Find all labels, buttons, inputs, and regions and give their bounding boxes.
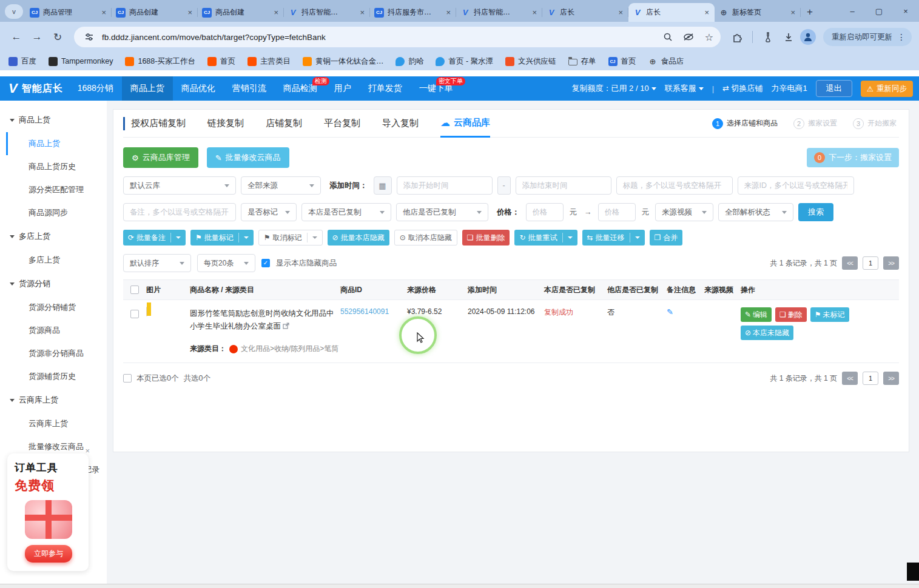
product-thumbnail[interactable] <box>146 307 147 316</box>
site-info-icon[interactable] <box>81 29 97 45</box>
batch-migrate-button[interactable]: ⇆批量迁移 <box>582 230 645 246</box>
cloud-library-manage-button[interactable]: ⚙云商品库管理 <box>123 147 198 168</box>
sidebar-group-cloud-upload[interactable]: 云商库上货 <box>0 388 107 412</box>
row-checkbox[interactable] <box>130 310 139 318</box>
batch-note-button[interactable]: ⟳批量备注 <box>123 230 186 246</box>
kebab-menu-icon[interactable]: ⋮ <box>897 32 906 42</box>
flask-icon[interactable] <box>759 28 777 46</box>
browser-tab[interactable]: ⊕新标签页× <box>715 3 801 22</box>
window-minimize-button[interactable]: – <box>839 0 866 22</box>
other-shop-copied-select[interactable]: 他店是否已复制 <box>396 203 488 221</box>
parse-status-select[interactable]: 全部解析状态 <box>718 203 793 221</box>
nav-item-users[interactable]: 用户 <box>326 76 360 101</box>
browser-tab[interactable]: CJ抖店服务市…× <box>370 3 456 22</box>
sidebar-item-non-distribution[interactable]: 货源非分销商品 <box>6 342 107 365</box>
sidebar-group-product-upload[interactable]: 商品上货 <box>0 108 107 132</box>
delete-button[interactable]: ❏删除 <box>775 307 807 322</box>
tab-import-copy[interactable]: 导入复制 <box>382 110 419 138</box>
bookmark-item[interactable]: 主营类目 <box>247 56 291 67</box>
logout-button[interactable]: 退出 <box>816 80 852 97</box>
tab-link-copy[interactable]: 链接复制 <box>207 110 244 138</box>
browser-tab[interactable]: V抖店智能…× <box>284 3 370 22</box>
bookmark-item[interactable]: ⊕食品店 <box>648 56 684 67</box>
page-number-button[interactable]: 1 <box>863 372 878 385</box>
footer-select-all-checkbox[interactable] <box>123 374 132 383</box>
url-text[interactable]: fb.dddz.jiancent.com/move/batch/target?c… <box>102 33 655 42</box>
app-brand[interactable]: V 智能店长 <box>6 81 69 96</box>
copy-quota[interactable]: 复制额度：已用 2 / 10 <box>571 83 656 94</box>
batch-mark-button[interactable]: ⚑批量标记 <box>190 230 254 246</box>
browser-tab[interactable]: CJ商品创建× <box>112 3 198 22</box>
select-all-checkbox[interactable] <box>130 286 139 294</box>
forward-button[interactable]: → <box>28 28 46 46</box>
batch-retry-button[interactable]: ↻批量重试 <box>514 230 577 246</box>
tab-authorized-shop-copy[interactable]: 授权店铺复制 <box>131 110 186 138</box>
price-min-input[interactable] <box>526 203 564 221</box>
mark-toggle-button[interactable]: ⚑未标记 <box>810 307 849 322</box>
bookmark-item[interactable]: Tampermonkey <box>49 57 113 66</box>
batch-delete-button[interactable]: ❏批量删除 <box>462 230 510 246</box>
sidebar-item-product-upload[interactable]: 商品上货 <box>6 132 107 155</box>
sidebar-item-category-match[interactable]: 源分类匹配管理 <box>6 178 107 201</box>
sort-select[interactable]: 默认排序 <box>123 254 191 272</box>
tab-search-button[interactable]: v <box>5 4 23 19</box>
bookmark-item[interactable]: 百度 <box>8 56 36 67</box>
nav-item-shipping[interactable]: 打单发货 <box>360 76 411 101</box>
batch-hide-button[interactable]: ⊘批量本店隐藏 <box>328 230 389 246</box>
tab-close-icon[interactable]: × <box>100 8 107 17</box>
sync-button[interactable]: ⚠重新同步 <box>861 81 913 97</box>
next-page-button[interactable]: >> <box>883 256 899 270</box>
new-tab-button[interactable]: + <box>801 6 819 22</box>
mark-select[interactable]: 是否标记 <box>241 203 297 221</box>
sidebar-group-multi-shop[interactable]: 多店上货 <box>0 224 107 249</box>
switch-shop[interactable]: ⇄ 切换店铺 <box>722 83 763 94</box>
start-time-input[interactable] <box>397 176 493 195</box>
sidebar-item-multi-shop-upload[interactable]: 多店上货 <box>6 249 107 272</box>
contact-support[interactable]: 联系客服 <box>665 83 704 94</box>
nav-item-1688[interactable]: 1688分销 <box>69 76 122 101</box>
product-name[interactable]: 圆形竹签笔筒励志创意时尚收纳文化用品中小学生毕业礼物办公室桌面 <box>190 307 340 333</box>
cancel-mark-button[interactable]: ⚑取消标记 <box>258 230 323 246</box>
page-size-select[interactable]: 每页20条 <box>197 254 255 272</box>
reload-button[interactable]: ↻ <box>49 28 67 46</box>
source-id-input[interactable] <box>738 176 854 195</box>
nav-item-product-upload[interactable]: 商品上货 <box>122 76 173 101</box>
nav-item-marketing[interactable]: 营销引流 <box>224 76 275 101</box>
source-video-select[interactable]: 来源视频 <box>655 203 713 221</box>
nav-item-optimize[interactable]: 商品优化 <box>173 76 224 101</box>
merge-button[interactable]: ❐合并 <box>650 230 683 246</box>
address-bar[interactable]: fb.dddz.jiancent.com/move/batch/target?c… <box>74 27 721 47</box>
browser-tab[interactable]: V店长× <box>542 3 628 22</box>
sidebar-item-source-products[interactable]: 货源商品 <box>6 319 107 342</box>
sidebar-item-source-sync[interactable]: 商品源同步 <box>6 201 107 224</box>
search-button[interactable]: 搜索 <box>798 203 833 221</box>
title-input[interactable] <box>616 176 733 195</box>
tab-close-icon[interactable]: × <box>186 8 194 17</box>
show-hidden-checkbox[interactable]: ✓ <box>261 259 270 267</box>
promo-join-button[interactable]: 立即参与 <box>25 545 72 563</box>
sidebar-item-listing-history[interactable]: 货源铺货历史 <box>6 365 107 388</box>
nav-item-one-click-order[interactable]: 一键下单密文下单 <box>411 76 462 101</box>
bookmark-item[interactable]: 黄铜一体化钛合金… <box>303 56 384 67</box>
bookmark-item[interactable]: 文兴供应链 <box>505 56 556 67</box>
chrome-update-button[interactable]: 重新启动即可更新 ⋮ <box>823 28 912 46</box>
bookmark-item[interactable]: 首页 <box>207 56 235 67</box>
zoom-icon[interactable] <box>660 29 676 45</box>
bookmark-folder[interactable]: 存单 <box>568 56 596 67</box>
edit-note-icon[interactable]: ✎ <box>667 307 673 316</box>
bookmark-star-icon[interactable]: ☆ <box>701 29 717 45</box>
bookmark-item[interactable]: 韵哈 <box>396 56 423 67</box>
tab-close-icon[interactable]: × <box>445 8 452 17</box>
next-page-button[interactable]: >> <box>883 372 899 385</box>
eye-off-icon[interactable] <box>681 29 696 45</box>
bookmark-item[interactable]: 1688-买家工作台 <box>125 56 195 67</box>
browser-tab[interactable]: CJ商品管理× <box>25 3 112 22</box>
browser-tab-active[interactable]: V店长× <box>628 3 715 22</box>
batch-edit-cloud-button[interactable]: ✎批量修改云商品 <box>207 147 289 168</box>
tab-platform-copy[interactable]: 平台复制 <box>324 110 360 138</box>
next-step-button[interactable]: 0下一步：搬家设置 <box>807 148 899 167</box>
note-input[interactable] <box>123 203 236 221</box>
nav-item-detect[interactable]: 商品检测检测 <box>275 76 326 101</box>
edit-button[interactable]: ✎编辑 <box>741 307 772 322</box>
prev-page-button[interactable]: << <box>842 256 858 270</box>
